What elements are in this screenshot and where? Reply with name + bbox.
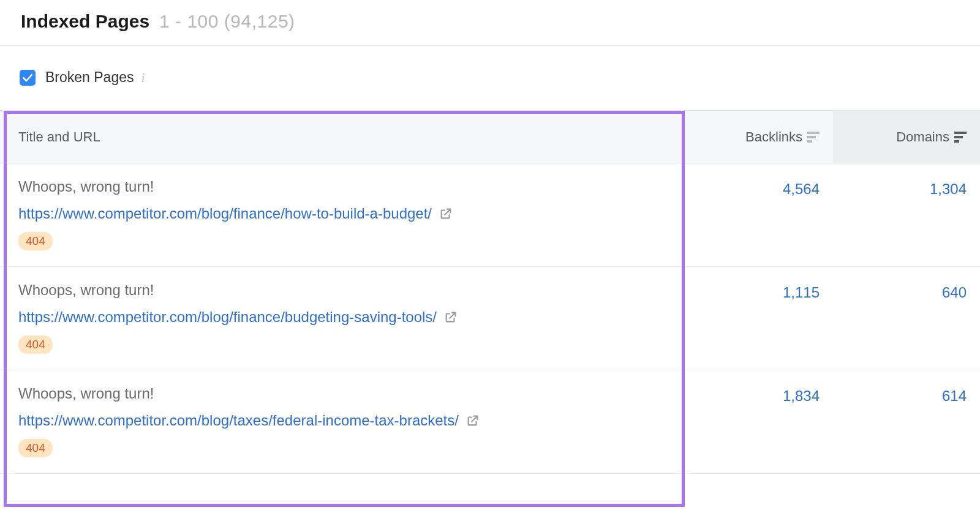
cell-title-url: Whoops, wrong turn!https://www.competito…: [0, 282, 688, 354]
page-url-link[interactable]: https://www.competitor.com/blog/taxes/fe…: [18, 412, 459, 429]
sort-icon: [807, 132, 820, 143]
svg-rect-5: [954, 140, 959, 143]
page-url-link[interactable]: https://www.competitor.com/blog/finance/…: [18, 205, 432, 222]
column-domains-label: Domains: [896, 129, 949, 145]
page-title-text: Whoops, wrong turn!: [18, 385, 688, 402]
external-link-icon[interactable]: [439, 207, 453, 220]
table-row: Whoops, wrong turn!https://www.competito…: [0, 267, 980, 370]
column-backlinks[interactable]: Backlinks: [688, 129, 833, 145]
info-icon[interactable]: i: [141, 70, 145, 86]
page-count: 1 - 100 (94,125): [159, 11, 295, 32]
table-row: Whoops, wrong turn!https://www.competito…: [0, 163, 980, 267]
column-backlinks-label: Backlinks: [745, 129, 802, 145]
domains-value[interactable]: 1,304: [930, 181, 967, 198]
cell-domains: 640: [833, 282, 980, 354]
external-link-icon[interactable]: [466, 414, 480, 427]
check-icon: [23, 73, 32, 82]
svg-rect-3: [954, 132, 967, 134]
table-header: Title and URL Backlinks Domains: [0, 111, 980, 163]
svg-rect-0: [807, 132, 820, 134]
table-row: Whoops, wrong turn!https://www.competito…: [0, 370, 980, 474]
broken-pages-label: Broken Pages: [45, 69, 134, 86]
cell-domains: 614: [833, 385, 980, 457]
column-title-url[interactable]: Title and URL: [0, 129, 688, 145]
broken-pages-checkbox[interactable]: [20, 70, 36, 86]
svg-rect-2: [807, 140, 812, 143]
domains-value[interactable]: 614: [942, 387, 967, 405]
cell-backlinks: 1,115: [688, 282, 833, 354]
status-badge: 404: [18, 439, 53, 457]
column-title-url-label: Title and URL: [18, 129, 100, 144]
backlinks-value[interactable]: 1,115: [783, 284, 820, 301]
external-link-icon[interactable]: [444, 310, 458, 324]
svg-rect-1: [807, 136, 816, 138]
backlinks-value[interactable]: 4,564: [783, 181, 820, 198]
filter-row: Broken Pages i: [0, 46, 980, 110]
page-title-text: Whoops, wrong turn!: [18, 282, 688, 299]
domains-value[interactable]: 640: [942, 284, 967, 301]
backlinks-value[interactable]: 1,834: [783, 387, 820, 405]
cell-domains: 1,304: [833, 178, 980, 250]
url-line: https://www.competitor.com/blog/finance/…: [18, 205, 688, 222]
cell-title-url: Whoops, wrong turn!https://www.competito…: [0, 385, 688, 457]
cell-backlinks: 4,564: [688, 178, 833, 250]
table: Title and URL Backlinks Domains Whoops, …: [0, 110, 980, 474]
header: Indexed Pages 1 - 100 (94,125): [0, 0, 980, 46]
page-title: Indexed Pages: [21, 11, 149, 32]
page-title-text: Whoops, wrong turn!: [18, 178, 688, 195]
svg-rect-4: [954, 136, 963, 138]
url-line: https://www.competitor.com/blog/taxes/fe…: [18, 412, 688, 429]
cell-title-url: Whoops, wrong turn!https://www.competito…: [0, 178, 688, 250]
status-badge: 404: [18, 232, 53, 250]
cell-backlinks: 1,834: [688, 385, 833, 457]
sort-icon: [954, 132, 967, 143]
column-domains[interactable]: Domains: [833, 111, 980, 163]
page-url-link[interactable]: https://www.competitor.com/blog/finance/…: [18, 309, 437, 326]
url-line: https://www.competitor.com/blog/finance/…: [18, 309, 688, 326]
status-badge: 404: [18, 335, 53, 354]
